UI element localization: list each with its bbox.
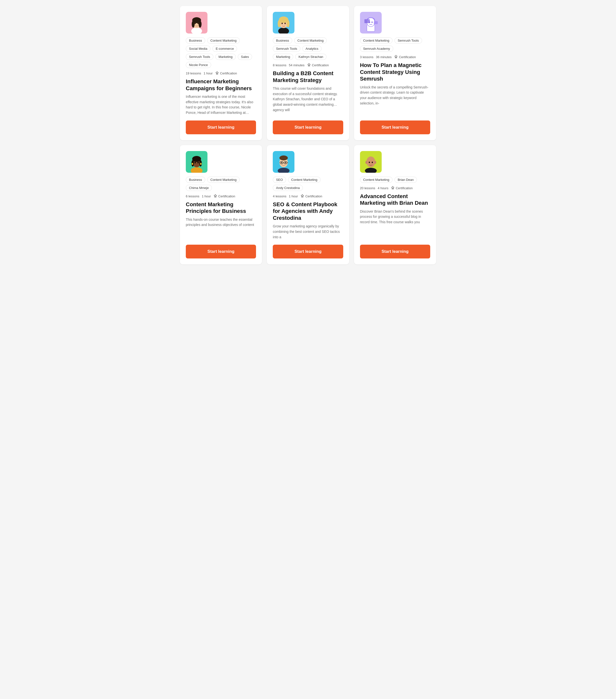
course-tag: Content Marketing	[288, 177, 320, 183]
course-tag: Semrush Academy	[360, 45, 393, 52]
cert-icon	[394, 55, 398, 60]
course-tag: Andy Crestodina	[273, 185, 303, 191]
cert-label: Certification	[220, 71, 237, 75]
course-tag: Social Media	[186, 45, 210, 52]
certification-badge: Certification	[307, 63, 329, 67]
certification-badge: Certification	[394, 55, 416, 60]
svg-point-53	[371, 162, 373, 163]
course-card-1: BusinessContent MarketingSocial MediaE-c…	[180, 6, 262, 140]
svg-point-52	[369, 162, 370, 163]
course-card-4: BusinessContent MarketingChima Mmeje 6 l…	[180, 145, 262, 265]
course-avatar	[186, 151, 208, 173]
svg-point-5	[199, 21, 201, 28]
course-title: Content Marketing Principles for Busines…	[186, 201, 256, 215]
svg-point-6	[195, 23, 196, 24]
lessons-count: 4 lessons	[273, 194, 286, 198]
course-tag: Content Marketing	[207, 177, 240, 183]
lessons-count: 20 lessons	[360, 186, 375, 190]
course-description: This hands-on course teaches the essenti…	[186, 217, 256, 240]
duration: 1 hour	[289, 194, 298, 198]
svg-point-24	[371, 22, 372, 23]
course-avatar	[273, 151, 294, 173]
svg-point-14	[287, 20, 289, 27]
duration: 36 minutes	[376, 55, 392, 59]
course-tags: BusinessContent MarketingSemrush ToolsAn…	[273, 38, 343, 60]
cert-icon	[391, 186, 395, 190]
course-tag: Content Marketing	[360, 177, 393, 183]
course-avatar	[273, 12, 294, 34]
svg-point-15	[281, 23, 283, 24]
course-description: This course will cover foundations and e…	[273, 86, 343, 116]
cert-icon	[300, 194, 304, 199]
course-tag: SEO	[273, 177, 286, 183]
lessons-count: 3 lessons	[360, 55, 373, 59]
course-meta: 6 lessons 1 hour Certification	[186, 194, 256, 199]
start-learning-button[interactable]: Start learning	[186, 245, 256, 259]
svg-point-40	[279, 156, 288, 160]
course-tag: Business	[273, 38, 292, 44]
course-avatar	[186, 12, 208, 34]
svg-point-32	[195, 162, 196, 163]
start-learning-button[interactable]: Start learning	[273, 120, 343, 134]
course-tag: Nicole Ponce	[186, 62, 211, 68]
certification-badge: Certification	[213, 194, 235, 199]
lessons-count: 19 lessons	[186, 71, 201, 75]
svg-point-51	[366, 157, 375, 167]
svg-point-4	[192, 21, 195, 28]
svg-point-29	[192, 156, 201, 162]
course-description: Influencer marketing is one of the most …	[186, 94, 256, 116]
cert-label: Certification	[312, 63, 329, 67]
course-tag: Chima Mmeje	[186, 185, 212, 191]
course-tags: BusinessContent MarketingSocial MediaE-c…	[186, 38, 256, 68]
cert-label: Certification	[396, 186, 413, 190]
svg-point-55	[374, 161, 376, 164]
cert-icon	[215, 71, 219, 76]
course-title: How To Plan a Magnetic Content Strategy …	[360, 62, 430, 82]
course-meta: 3 lessons 36 minutes Certification	[360, 55, 430, 60]
course-tag: E-commerce	[212, 45, 237, 52]
course-card-2: BusinessContent MarketingSemrush ToolsAn…	[267, 6, 349, 140]
certification-badge: Certification	[215, 71, 237, 76]
course-tag: Brian Dean	[394, 177, 417, 183]
cert-icon	[213, 194, 217, 199]
svg-point-47	[285, 162, 286, 163]
svg-rect-22	[374, 21, 378, 24]
cert-icon	[307, 63, 311, 67]
svg-point-33	[198, 162, 199, 163]
certification-badge: Certification	[391, 186, 413, 190]
start-learning-button[interactable]: Start learning	[360, 120, 430, 134]
course-tags: BusinessContent MarketingChima Mmeje	[186, 177, 256, 191]
course-description: Grow your marketing agency organically b…	[273, 224, 343, 240]
course-description: Unlock the secrets of a compelling Semru…	[360, 85, 430, 116]
start-learning-button[interactable]: Start learning	[273, 245, 343, 259]
svg-point-23	[369, 22, 370, 23]
duration: 4 hours	[378, 186, 388, 190]
course-meta: 20 lessons 4 hours Certification	[360, 186, 430, 190]
start-learning-button[interactable]: Start learning	[360, 245, 430, 259]
cert-label: Certification	[399, 55, 416, 59]
duration: 1 hour	[202, 194, 211, 198]
course-tags: Content MarketingSemrush ToolsSemrush Ac…	[360, 38, 430, 52]
course-tags: SEOContent MarketingAndy Crestodina	[273, 177, 343, 191]
course-meta: 19 lessons 1 hour Certification	[186, 71, 256, 76]
course-meta: 4 lessons 1 hour Certification	[273, 194, 343, 199]
course-title: Building a B2B Content Marketing Strateg…	[273, 70, 343, 83]
course-tag: Sales	[238, 54, 252, 60]
course-tags: Content MarketingBrian Dean	[360, 177, 430, 183]
course-title: Influencer Marketing Campaigns for Begin…	[186, 78, 256, 92]
start-learning-button[interactable]: Start learning	[186, 120, 256, 134]
svg-point-16	[285, 23, 286, 24]
course-tag: Business	[186, 177, 205, 183]
course-meta: 8 lessons 54 minutes Certification	[273, 63, 343, 67]
cert-label: Certification	[218, 194, 235, 198]
svg-point-7	[198, 23, 199, 24]
courses-grid: BusinessContent MarketingSocial MediaE-c…	[180, 6, 436, 264]
course-tag: Semrush Tools	[273, 45, 300, 52]
svg-point-35	[200, 163, 201, 165]
svg-point-34	[192, 163, 193, 165]
course-tag: Kathryn Strachan	[295, 54, 326, 60]
lessons-count: 6 lessons	[186, 194, 199, 198]
svg-point-46	[281, 162, 282, 163]
course-tag: Business	[186, 38, 205, 44]
course-tag: Marketing	[273, 54, 293, 60]
